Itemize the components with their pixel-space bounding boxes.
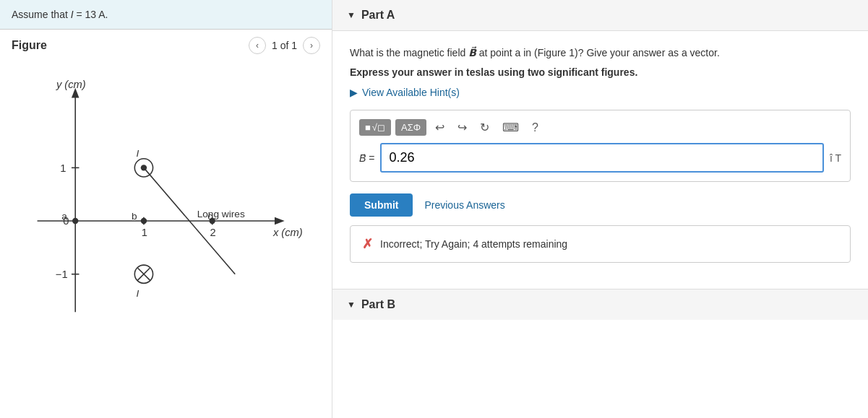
right-panel: ▼ Part A What is the magnetic field B⃗ a… bbox=[332, 0, 868, 418]
error-message: Incorrect; Try Again; 4 attempts remaini… bbox=[380, 238, 567, 250]
redo-button[interactable]: ↪ bbox=[453, 119, 471, 136]
part-b-chevron: ▼ bbox=[347, 300, 356, 310]
part-a-chevron: ▼ bbox=[347, 10, 356, 20]
keyboard-icon: ⌨ bbox=[502, 121, 519, 134]
svg-text:1: 1 bbox=[60, 162, 66, 174]
math-icon: ■ bbox=[365, 122, 371, 133]
part-b-label: Part B bbox=[361, 298, 395, 311]
question-text-line1: What is the magnetic field B⃗ at point a… bbox=[350, 45, 851, 61]
svg-text:b: b bbox=[132, 211, 137, 222]
figure-area: y (cm) x (cm) 1 0 −1 1 bbox=[0, 61, 332, 365]
unit-label: î T bbox=[830, 152, 841, 164]
svg-text:1: 1 bbox=[142, 227, 147, 238]
previous-answers-link[interactable]: Previous Answers bbox=[424, 199, 504, 211]
svg-text:a: a bbox=[61, 211, 67, 222]
sqrt-icon: √◻ bbox=[372, 122, 385, 133]
action-row: Submit Previous Answers bbox=[350, 193, 851, 217]
svg-marker-3 bbox=[275, 217, 285, 225]
assume-statement: Assume that I = 13 A. bbox=[0, 0, 332, 30]
toolbar: ■ √◻ AΣΦ ↩ ↪ ↻ ⌨ bbox=[359, 119, 841, 136]
nav-prev-button[interactable]: ‹ bbox=[249, 37, 266, 54]
question-emphasis: Express your answer in teslas using two … bbox=[350, 66, 851, 78]
figure-header: Figure ‹ 1 of 1 › bbox=[0, 30, 332, 61]
submit-button[interactable]: Submit bbox=[350, 193, 413, 217]
svg-text:x (cm): x (cm) bbox=[272, 227, 303, 238]
svg-text:Long wires: Long wires bbox=[197, 209, 245, 219]
svg-text:−1: −1 bbox=[56, 269, 68, 280]
keyboard-button[interactable]: ⌨ bbox=[498, 119, 523, 136]
nav-next-button[interactable]: › bbox=[303, 37, 320, 54]
undo-button[interactable]: ↩ bbox=[431, 119, 449, 136]
svg-text:2: 2 bbox=[210, 227, 216, 238]
answer-input[interactable] bbox=[380, 143, 824, 173]
nav-controls: ‹ 1 of 1 › bbox=[249, 37, 320, 54]
svg-text:I: I bbox=[136, 148, 139, 159]
part-b-header[interactable]: ▼ Part B bbox=[332, 289, 868, 320]
figure-label: Figure bbox=[12, 39, 47, 52]
input-row: B⃗ = î T bbox=[359, 143, 841, 173]
svg-point-17 bbox=[141, 218, 147, 224]
left-panel: Assume that I = 13 A. Figure ‹ 1 of 1 › bbox=[0, 0, 332, 418]
refresh-button[interactable]: ↻ bbox=[476, 119, 494, 136]
hint-link[interactable]: ▶ View Available Hint(s) bbox=[350, 87, 851, 98]
error-box: ✗ Incorrect; Try Again; 4 attempts remai… bbox=[350, 225, 851, 263]
field-label: B⃗ = bbox=[359, 152, 374, 164]
svg-text:y (cm): y (cm) bbox=[56, 79, 86, 90]
symbols-button[interactable]: AΣΦ bbox=[395, 119, 426, 136]
page-indicator: 1 of 1 bbox=[272, 40, 297, 51]
answer-box: ■ √◻ AΣΦ ↩ ↪ ↻ ⌨ bbox=[350, 110, 851, 182]
symbols-label: AΣΦ bbox=[401, 122, 421, 133]
part-a-label: Part A bbox=[361, 9, 395, 22]
svg-text:I: I bbox=[136, 288, 139, 299]
assume-text: Assume that I = 13 A. bbox=[12, 9, 108, 20]
part-a-header[interactable]: ▼ Part A bbox=[332, 0, 868, 31]
hint-arrow: ▶ bbox=[350, 87, 358, 98]
help-button[interactable]: ? bbox=[528, 120, 543, 136]
svg-point-15 bbox=[72, 218, 78, 224]
hint-text: View Available Hint(s) bbox=[362, 87, 460, 98]
part-a-content: What is the magnetic field B⃗ at point a… bbox=[332, 31, 868, 289]
error-icon: ✗ bbox=[362, 236, 373, 252]
figure-graph: y (cm) x (cm) 1 0 −1 1 bbox=[14, 69, 304, 343]
math-templates-button[interactable]: ■ √◻ bbox=[359, 119, 391, 136]
